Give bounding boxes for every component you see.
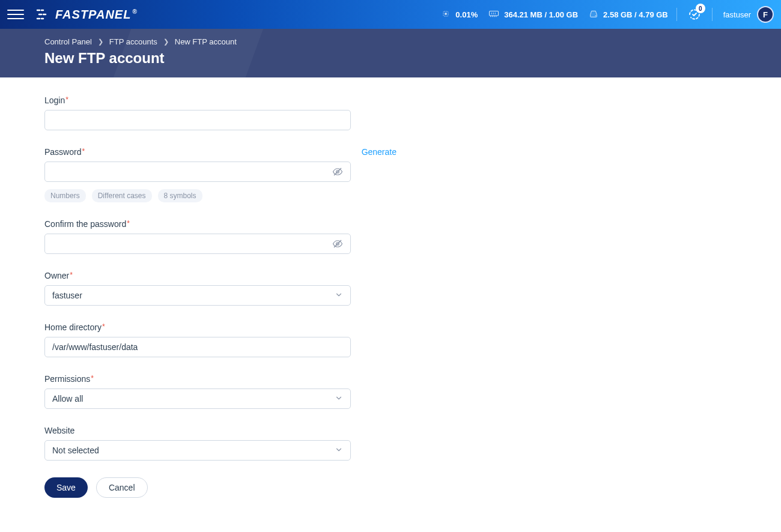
permissions-label: Permissions* [44, 374, 94, 384]
disk-icon [589, 9, 598, 20]
user-name: fastuser [723, 10, 751, 19]
form-actions: Save Cancel [44, 477, 397, 498]
chevron-down-icon [335, 394, 343, 404]
memory-value: 364.21 MB / 1.00 GB [504, 10, 578, 19]
page-title: New FTP account [44, 50, 781, 67]
field-website: Website Not selected [44, 426, 397, 461]
breadcrumb: Control Panel ❯ FTP accounts ❯ New FTP a… [44, 37, 781, 46]
user-menu[interactable]: fastuser F [723, 6, 774, 23]
chevron-right-icon: ❯ [163, 38, 169, 46]
memory-icon [488, 9, 499, 20]
cpu-value: 0.01% [455, 10, 478, 19]
memory-stat[interactable]: 364.21 MB / 1.00 GB [488, 9, 578, 20]
field-permissions: Permissions* Allow all [44, 374, 397, 409]
chevron-down-icon [335, 291, 343, 301]
form-container: Login* Password* Generate Numbers Differ… [0, 77, 397, 522]
generate-password-link[interactable]: Generate [362, 147, 397, 157]
login-label: Login* [44, 95, 68, 105]
breadcrumb-current: New FTP account [175, 37, 237, 46]
breadcrumb-control-panel[interactable]: Control Panel [44, 37, 92, 46]
password-hints: Numbers Different cases 8 symbols [44, 189, 397, 202]
cpu-icon [441, 9, 451, 20]
page-header: Control Panel ❯ FTP accounts ❯ New FTP a… [0, 29, 781, 77]
home-directory-input[interactable] [52, 337, 343, 357]
logo-text: FASTPANEL® [55, 8, 138, 22]
confirm-password-label: Confirm the password* [44, 219, 130, 229]
home-directory-label: Home directory* [44, 322, 105, 332]
disk-stat[interactable]: 2.58 GB / 4.79 GB [589, 9, 668, 20]
topbar: FASTPANEL® 0.01% 364.21 MB / 1.00 GB [0, 0, 781, 29]
website-select[interactable]: Not selected [44, 440, 351, 461]
disk-value: 2.58 GB / 4.79 GB [603, 10, 668, 19]
login-input[interactable] [52, 110, 343, 130]
confirm-password-input[interactable] [52, 234, 332, 253]
toggle-confirm-visibility-icon[interactable] [332, 238, 343, 249]
password-label: Password* [44, 147, 85, 157]
breadcrumb-ftp-accounts[interactable]: FTP accounts [109, 37, 157, 46]
menu-toggle-button[interactable] [7, 6, 24, 23]
chip-numbers: Numbers [44, 189, 86, 202]
logo-icon [36, 7, 50, 22]
avatar: F [757, 6, 774, 23]
field-password: Password* Generate Numbers Different cas… [44, 147, 397, 202]
chevron-down-icon [335, 446, 343, 456]
chip-symbols: 8 symbols [158, 189, 202, 202]
separator [712, 8, 713, 21]
owner-label: Owner* [44, 271, 73, 280]
field-confirm-password: Confirm the password* [44, 219, 397, 254]
logo[interactable]: FASTPANEL® [36, 7, 138, 22]
cancel-button[interactable]: Cancel [96, 477, 148, 498]
chevron-right-icon: ❯ [98, 38, 103, 46]
cpu-stat[interactable]: 0.01% [441, 9, 478, 20]
password-input[interactable] [52, 162, 332, 181]
field-login: Login* [44, 95, 397, 130]
owner-value: fastuser [52, 291, 335, 300]
notifications-button[interactable]: 0 [685, 5, 704, 23]
permissions-value: Allow all [52, 394, 335, 404]
website-label: Website [44, 426, 74, 435]
permissions-select[interactable]: Allow all [44, 388, 351, 409]
svg-point-3 [595, 15, 597, 16]
website-value: Not selected [52, 446, 335, 455]
save-button[interactable]: Save [44, 477, 88, 498]
notifications-badge: 0 [696, 4, 705, 13]
field-home-directory: Home directory* [44, 322, 397, 357]
toggle-password-visibility-icon[interactable] [332, 166, 343, 177]
separator [676, 8, 677, 21]
svg-rect-1 [445, 13, 447, 14]
chip-cases: Different cases [92, 189, 152, 202]
field-owner: Owner* fastuser [44, 271, 397, 306]
owner-select[interactable]: fastuser [44, 285, 351, 306]
svg-rect-2 [490, 11, 499, 16]
